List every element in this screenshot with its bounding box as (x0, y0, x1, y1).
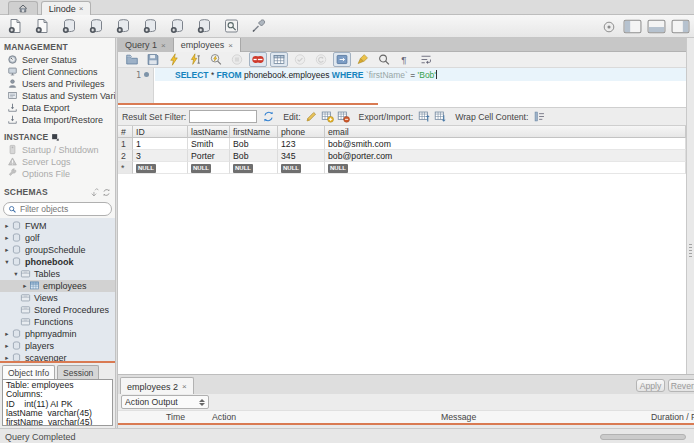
toggle-stop-on-error-icon[interactable] (249, 52, 267, 67)
tree-node-tables[interactable]: ▾Tables (0, 268, 115, 280)
apply-button[interactable]: Apply (636, 379, 665, 392)
horizontal-scrollbar-thumb[interactable] (600, 434, 686, 440)
wrap-cell-content-icon[interactable] (531, 109, 547, 124)
sidebar-item-data-export[interactable]: Data Export (0, 102, 115, 114)
sidebar-item-options-file[interactable]: Options File (0, 168, 115, 180)
execute-current-statement-icon[interactable] (186, 52, 204, 67)
edit-record-icon[interactable] (304, 109, 320, 124)
tree-node-functions[interactable]: Functions (0, 316, 115, 328)
chevron-right-icon[interactable]: ▸ (3, 246, 11, 254)
limit-rows-icon[interactable] (270, 52, 288, 67)
table-row[interactable]: 23PorterBob345bob@porter.com (118, 150, 686, 162)
result-set-filter-input[interactable] (189, 110, 257, 123)
add-row-icon[interactable] (320, 109, 336, 124)
sidebar-item-server-status[interactable]: Server Status (0, 54, 115, 66)
table-cell[interactable]: 1 (118, 138, 133, 150)
chevron-right-icon[interactable]: ▸ (3, 234, 11, 242)
tree-node-stored-procedures[interactable]: Stored Procedures (0, 304, 115, 316)
connection-tab[interactable]: Linode × (41, 1, 91, 15)
search-table-data-icon[interactable] (222, 17, 242, 35)
query-tab-close-icon[interactable]: × (228, 41, 233, 50)
export-recordset-icon[interactable] (416, 109, 432, 124)
table-row[interactable]: 11SmithBob123bob@smith.com (118, 138, 686, 150)
chevron-right-icon[interactable]: ▸ (3, 222, 11, 230)
stop-query-icon[interactable] (228, 52, 246, 67)
create-trigger-icon[interactable] (195, 17, 215, 35)
chevron-right-icon[interactable]: ▸ (3, 354, 11, 361)
sidebar-item-startup-shutdown[interactable]: Startup / Shutdown (0, 144, 115, 156)
new-sql-tab-icon[interactable] (6, 17, 26, 35)
table-cell[interactable]: 345 (278, 150, 325, 162)
create-schema-icon[interactable] (60, 17, 80, 35)
chevron-right-icon[interactable]: ▸ (3, 330, 11, 338)
open-sql-script-icon[interactable] (33, 17, 53, 35)
table-cell[interactable]: NULL (230, 162, 278, 174)
create-table-icon[interactable] (87, 17, 107, 35)
table-cell[interactable]: 3 (133, 150, 188, 162)
tree-node-golf[interactable]: ▸golf (0, 232, 115, 244)
create-view-icon[interactable] (114, 17, 134, 35)
sidebar-item-client-connections[interactable]: Client Connections (0, 66, 115, 78)
toggle-word-wrap-icon[interactable] (417, 52, 435, 67)
tab-object-info[interactable]: Object Info (2, 365, 55, 379)
create-function-icon[interactable] (168, 17, 188, 35)
table-cell[interactable]: NULL (188, 162, 230, 174)
create-stored-procedure-icon[interactable] (141, 17, 161, 35)
connection-tab-close-icon[interactable]: × (79, 4, 84, 13)
toggle-right-panel-icon[interactable] (670, 19, 690, 35)
table-cell[interactable]: NULL (133, 162, 188, 174)
table-cell[interactable]: 123 (278, 138, 325, 150)
table-cell[interactable]: Bob (230, 150, 278, 162)
tab-session[interactable]: Session (57, 365, 99, 379)
rollback-icon[interactable] (312, 52, 330, 67)
revert-button[interactable]: Revert (668, 379, 694, 392)
table-cell[interactable]: NULL (278, 162, 325, 174)
table-cell[interactable]: * (118, 162, 133, 174)
execute-query-icon[interactable] (165, 52, 183, 67)
schema-filter-input[interactable] (20, 204, 107, 214)
query-tab-close-icon[interactable]: × (161, 41, 166, 50)
sidebar-item-data-import-restore[interactable]: Data Import/Restore (0, 114, 115, 126)
beautify-script-icon[interactable] (354, 52, 372, 67)
refresh-grid-icon[interactable] (260, 109, 276, 124)
commit-icon[interactable] (291, 52, 309, 67)
tree-node-employees[interactable]: ▸employees (0, 280, 115, 292)
table-cell[interactable]: Bob (230, 138, 278, 150)
find-icon[interactable] (375, 52, 393, 67)
tree-node-players[interactable]: ▸players (0, 340, 115, 352)
sql-code-editor[interactable]: 1 SELECT * FROM phonebook.employees WHER… (118, 68, 694, 105)
tree-node-scavenger[interactable]: ▸scavenger (0, 352, 115, 361)
chevron-down-icon[interactable]: ▾ (3, 258, 11, 266)
reconnect-server-icon[interactable] (249, 17, 269, 35)
result-set-tab[interactable]: employees 2 × (120, 377, 194, 395)
table-cell[interactable]: Smith (188, 138, 230, 150)
import-records-icon[interactable] (432, 109, 448, 124)
explain-query-icon[interactable] (207, 52, 225, 67)
table-cell[interactable]: 2 (118, 150, 133, 162)
tree-node-fwm[interactable]: ▸FWM (0, 220, 115, 232)
show-invisible-characters-icon[interactable]: ¶ (396, 52, 414, 67)
toggle-left-panel-icon[interactable] (622, 19, 642, 35)
table-cell[interactable]: 1 (133, 138, 188, 150)
home-tab[interactable] (8, 1, 38, 15)
collapse-schemas-icon[interactable] (90, 188, 99, 197)
sidebar-item-server-logs[interactable]: Server Logs (0, 156, 115, 168)
sidebar-item-users-and-privileges[interactable]: Users and Privileges (0, 78, 115, 90)
table-cell[interactable]: NULL (325, 162, 686, 174)
sidebar-item-status-and-system-variables[interactable]: Status and System Variables (0, 90, 115, 102)
query-tab-query-1[interactable]: Query 1× (118, 38, 174, 52)
collapsed-right-panel[interactable] (686, 38, 694, 374)
tree-node-groupschedule[interactable]: ▸groupSchedule (0, 244, 115, 256)
chevron-right-icon[interactable]: ▸ (21, 282, 29, 290)
tree-node-views[interactable]: Views (0, 292, 115, 304)
tree-node-phpmyadmin[interactable]: ▸phpmyadmin (0, 328, 115, 340)
table-row[interactable]: *NULLNULLNULLNULLNULL (118, 162, 686, 174)
toggle-autocommit-icon[interactable] (333, 52, 351, 67)
save-script-icon[interactable] (144, 52, 162, 67)
refresh-schemas-icon[interactable] (102, 188, 111, 197)
chevron-right-icon[interactable]: ▸ (3, 342, 11, 350)
action-output-dropdown[interactable]: Action Output (121, 395, 209, 409)
open-sql-file-icon[interactable] (123, 52, 141, 67)
toggle-bottom-panel-icon[interactable] (646, 19, 666, 35)
result-set-tab-close-icon[interactable]: × (182, 382, 187, 391)
